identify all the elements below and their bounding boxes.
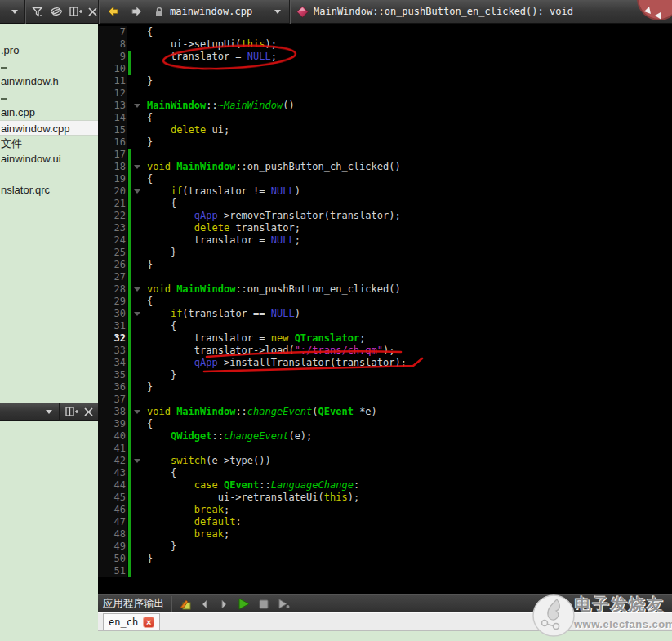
fold-marker-icon[interactable]	[134, 410, 140, 417]
pane2-close-button[interactable]	[83, 407, 94, 417]
fold-column[interactable]	[131, 185, 143, 198]
close-icon	[83, 407, 94, 417]
fold-column[interactable]	[131, 308, 143, 320]
line-number: 18	[98, 161, 127, 173]
code-text: translator->load(":/trans/ch.qm");	[143, 345, 394, 357]
fold-column[interactable]	[131, 283, 143, 296]
open-file-dropdown[interactable]: mainwindow.cpp	[165, 6, 281, 17]
tab-close-icon[interactable]: ×	[143, 617, 154, 628]
code-text: }	[143, 369, 176, 381]
sync-with-editor-button[interactable]	[49, 6, 64, 17]
fold-marker-icon[interactable]	[134, 459, 140, 466]
code-text	[143, 394, 147, 406]
file-tree-item-label: ainwindow.h	[1, 75, 59, 87]
code-token: :	[235, 516, 241, 527]
code-token: ::	[235, 406, 247, 417]
code-token: ->removeTranslator(translator);	[218, 210, 401, 221]
run-button[interactable]	[237, 597, 251, 611]
line-number: 14	[98, 112, 127, 124]
line-number: 45	[98, 492, 127, 504]
file-tree-item[interactable]: ainwindow.ui	[0, 151, 98, 167]
code-token: translator->load(	[147, 345, 295, 356]
clean-output-icon	[179, 598, 192, 611]
code-token	[147, 516, 194, 527]
file-tree-item[interactable]: nslator.qrc	[0, 182, 98, 198]
code-line: 18void MainWindow::on_pushButton_ch_clic…	[98, 161, 672, 173]
code-token: NULL	[271, 234, 295, 246]
code-line: 43 {	[98, 467, 672, 479]
go-back-button[interactable]	[106, 5, 120, 18]
code-text: {	[143, 26, 153, 38]
filter-button[interactable]	[32, 6, 44, 18]
clean-output-button[interactable]	[179, 598, 192, 611]
code-editor[interactable]: 7{8 ui->setupUi(this);9 translator = NUL…	[98, 24, 672, 594]
file-tree-item-label: nslator.qrc	[1, 184, 50, 196]
code-text: {	[143, 296, 153, 308]
qt-creator-window: mainwindow.cpp MainWindow::on_pushButton…	[0, 0, 672, 641]
run-app-button[interactable]	[277, 598, 291, 610]
fold-column[interactable]	[131, 455, 143, 467]
file-lock-button[interactable]	[154, 6, 165, 18]
fold-column[interactable]	[131, 161, 143, 173]
previous-item-button[interactable]	[199, 599, 211, 610]
line-number: 51	[98, 565, 127, 577]
file-tree-item[interactable]	[0, 58, 98, 73]
code-line: 15 delete ui;	[98, 124, 672, 136]
code-token: void	[147, 283, 171, 295]
split-button[interactable]	[69, 6, 82, 17]
code-token: if	[171, 308, 182, 319]
fold-column[interactable]	[131, 406, 143, 418]
current-symbol-label: MainWindow::on_pushButton_en_clicked(): …	[314, 6, 573, 17]
code-text: if(translator != NULL)	[143, 185, 300, 198]
sidebar-mode-dropdown[interactable]	[11, 6, 18, 17]
fold-marker-icon[interactable]	[134, 189, 140, 197]
close-sidebar-button[interactable]	[87, 7, 98, 17]
line-number: 25	[98, 247, 127, 259]
fold-marker-icon[interactable]	[134, 104, 140, 111]
file-tree-item[interactable]: ainwindow.h	[0, 73, 98, 89]
line-number: 13	[98, 100, 127, 112]
fold-column	[131, 394, 143, 406]
run-config-tab[interactable]: en_ch ×	[103, 613, 160, 630]
file-tree-item[interactable]	[0, 167, 98, 182]
go-forward-button[interactable]	[130, 5, 144, 18]
code-text: switch(e->type())	[143, 455, 271, 467]
line-number: 12	[98, 87, 127, 100]
function-icon	[296, 6, 309, 18]
code-text	[143, 87, 147, 100]
line-number: 46	[98, 504, 127, 516]
next-item-button[interactable]	[218, 599, 229, 610]
code-token: ;	[224, 504, 229, 515]
file-tree-item[interactable]: 文件	[0, 136, 98, 151]
code-text: delete ui;	[143, 124, 229, 136]
file-tree-item[interactable]: ain.cpp	[0, 105, 98, 120]
file-tree-item-label	[1, 67, 7, 69]
code-token: case	[194, 479, 218, 491]
fold-marker-icon[interactable]	[134, 287, 140, 295]
pane2-split-button[interactable]	[65, 406, 78, 417]
stop-button[interactable]	[258, 599, 269, 610]
code-token: ;	[224, 528, 229, 540]
code-text: {	[143, 320, 176, 332]
output-pane-title: 应用程序输出	[98, 597, 171, 611]
code-line: 26}	[98, 259, 672, 271]
line-number: 29	[98, 296, 127, 308]
symbol-dropdown[interactable]	[296, 6, 309, 18]
code-token: ;	[359, 332, 365, 344]
file-tree-item[interactable]: .pro	[0, 42, 98, 58]
code-token: default	[194, 516, 236, 527]
file-tree-item[interactable]: ainwindow.cpp	[0, 120, 98, 136]
fold-marker-icon[interactable]	[134, 312, 140, 319]
code-token: );	[348, 492, 359, 503]
code-token: translator;	[229, 222, 300, 234]
fold-marker-icon[interactable]	[134, 165, 140, 172]
code-token: {	[147, 26, 153, 38]
code-line: 8 ui->setupUi(this);	[98, 38, 672, 51]
lock-icon	[154, 6, 165, 18]
file-tree-item[interactable]	[0, 89, 98, 105]
file-tree-item-label	[1, 98, 7, 100]
fold-column[interactable]	[131, 100, 143, 112]
code-line: 42 switch(e->type())	[98, 455, 672, 467]
code-token: ::on_pushButton_ch_clicked()	[235, 161, 400, 172]
pane2-mode-dropdown[interactable]	[46, 406, 52, 417]
